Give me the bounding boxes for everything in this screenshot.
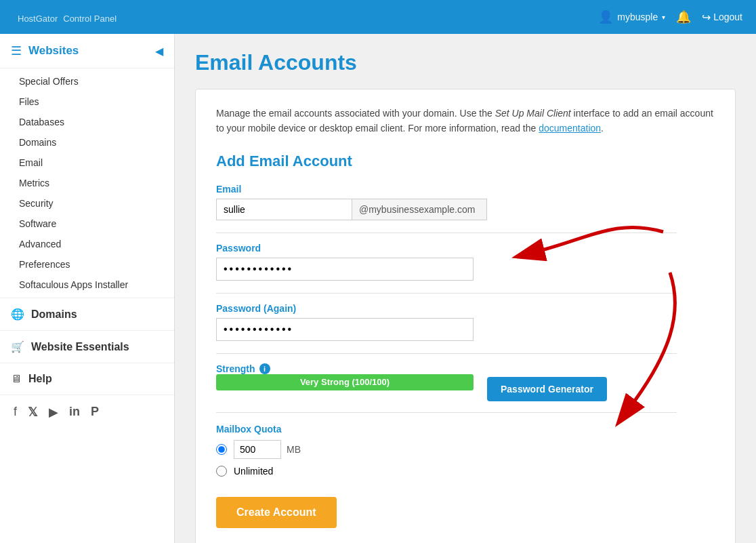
linkedin-icon[interactable]: in <box>69 405 80 420</box>
password-again-group: Password (Again) <box>216 303 715 341</box>
website-essentials-header[interactable]: 🛒 Website Essentials <box>0 331 174 363</box>
websites-section: ☰ Websites ◀ Special Offers Files Databa… <box>0 34 174 298</box>
quota-mb-value-row: MB <box>234 440 301 459</box>
sidebar-item-databases[interactable]: Databases <box>0 112 174 132</box>
domains-section: 🌐 Domains <box>0 298 174 331</box>
social-links: f 𝕏 ▶ in P <box>0 395 174 429</box>
strength-label: Strength i <box>216 363 474 374</box>
header-left: HostGatorControl Panel <box>14 8 117 26</box>
website-essentials-section: 🛒 Website Essentials <box>0 331 174 363</box>
pinterest-icon[interactable]: P <box>91 405 99 420</box>
strength-bar: Very Strong (100/100) <box>216 374 474 390</box>
email-domain-display: @mybusinessexample.com <box>352 199 487 220</box>
domains-label: Domains <box>31 308 77 321</box>
logout-button[interactable]: ↪ Logout <box>702 11 742 24</box>
password-group: Password <box>216 243 715 281</box>
sidebar-item-software[interactable]: Software <box>0 214 174 234</box>
unlimited-label: Unlimited <box>234 466 273 477</box>
quota-mb-unit: MB <box>287 444 301 455</box>
description: Manage the email accounts associated wit… <box>216 106 715 136</box>
content-box: Manage the email accounts associated wit… <box>195 89 736 543</box>
quota-options: MB Unlimited <box>216 440 715 477</box>
mailbox-quota-label: Mailbox Quota <box>216 424 715 435</box>
documentation-link[interactable]: documentation <box>539 123 601 134</box>
quota-mb-option: MB <box>216 440 715 459</box>
password-generator-button[interactable]: Password Generator <box>487 377 607 401</box>
main-content: Email Accounts Manage the email accounts… <box>175 34 756 543</box>
facebook-icon[interactable]: f <box>14 405 17 420</box>
user-menu[interactable]: 👤 mybusple ▾ <box>598 9 665 24</box>
quota-mb-radio[interactable] <box>216 444 227 455</box>
quota-unlimited-option: Unlimited <box>216 466 715 477</box>
websites-icon: ☰ <box>11 43 22 58</box>
divider-4 <box>216 412 677 413</box>
password-label: Password <box>216 243 715 254</box>
add-email-account-title: Add Email Account <box>216 153 715 170</box>
password-input[interactable] <box>216 258 474 281</box>
email-group: Email @mybusinessexample.com <box>216 184 715 220</box>
divider-3 <box>216 353 677 354</box>
logout-icon: ↪ <box>702 11 711 24</box>
help-header[interactable]: 🖥 Help <box>0 363 174 395</box>
website-essentials-label: Website Essentials <box>31 341 129 353</box>
quota-unlimited-radio[interactable] <box>216 466 227 477</box>
youtube-icon[interactable]: ▶ <box>49 405 58 420</box>
create-account-button[interactable]: Create Account <box>216 497 337 528</box>
sidebar-item-metrics[interactable]: Metrics <box>0 173 174 193</box>
strength-bar-container: Very Strong (100/100) <box>216 374 474 390</box>
header: HostGatorControl Panel 👤 mybusple ▾ 🔔 ↪ … <box>0 0 756 34</box>
sidebar-item-domains[interactable]: Domains <box>0 132 174 153</box>
sidebar: ☰ Websites ◀ Special Offers Files Databa… <box>0 34 175 543</box>
sidebar-item-preferences[interactable]: Preferences <box>0 254 174 275</box>
cart-icon: 🛒 <box>11 340 24 353</box>
strength-info-icon[interactable]: i <box>259 363 270 374</box>
email-local-input[interactable] <box>216 199 352 220</box>
websites-title: Websites <box>28 44 79 58</box>
help-label: Help <box>28 373 52 385</box>
mailbox-quota-section: Mailbox Quota MB Unlimited <box>216 424 715 477</box>
divider-1 <box>216 233 677 233</box>
sidebar-item-files[interactable]: Files <box>0 92 174 112</box>
collapse-arrow-icon: ◀ <box>155 45 163 58</box>
page-title: Email Accounts <box>195 50 736 75</box>
username: mybusple <box>617 12 658 22</box>
logout-label: Logout <box>713 12 742 22</box>
divider-2 <box>216 293 677 294</box>
domains-section-header[interactable]: 🌐 Domains <box>0 298 174 330</box>
notifications-bell-icon[interactable]: 🔔 <box>676 9 691 24</box>
layout: ☰ Websites ◀ Special Offers Files Databa… <box>0 34 756 543</box>
sidebar-item-softaculous[interactable]: Softaculous Apps Installer <box>0 275 174 295</box>
help-section: 🖥 Help <box>0 363 174 395</box>
user-dropdown-arrow: ▾ <box>662 14 665 21</box>
sidebar-item-advanced[interactable]: Advanced <box>0 234 174 254</box>
logo: HostGatorControl Panel <box>14 8 117 26</box>
twitter-icon[interactable]: 𝕏 <box>28 405 38 420</box>
sidebar-item-security[interactable]: Security <box>0 193 174 214</box>
sidebar-item-special-offers[interactable]: Special Offers <box>0 71 174 92</box>
sidebar-item-email[interactable]: Email <box>0 153 174 173</box>
user-avatar-icon: 👤 <box>598 9 613 24</box>
quota-mb-input[interactable] <box>234 440 281 459</box>
email-input-row: @mybusinessexample.com <box>216 199 487 220</box>
password-again-label: Password (Again) <box>216 303 715 314</box>
email-label: Email <box>216 184 715 195</box>
websites-header[interactable]: ☰ Websites ◀ <box>0 34 174 68</box>
strength-section: Strength i Very Strong (100/100) <box>216 363 474 390</box>
header-right: 👤 mybusple ▾ 🔔 ↪ Logout <box>598 9 742 24</box>
domains-icon: 🌐 <box>11 308 24 321</box>
websites-nav: Special Offers Files Databases Domains E… <box>0 68 174 298</box>
password-again-input[interactable] <box>216 318 474 341</box>
monitor-icon: 🖥 <box>11 373 22 385</box>
